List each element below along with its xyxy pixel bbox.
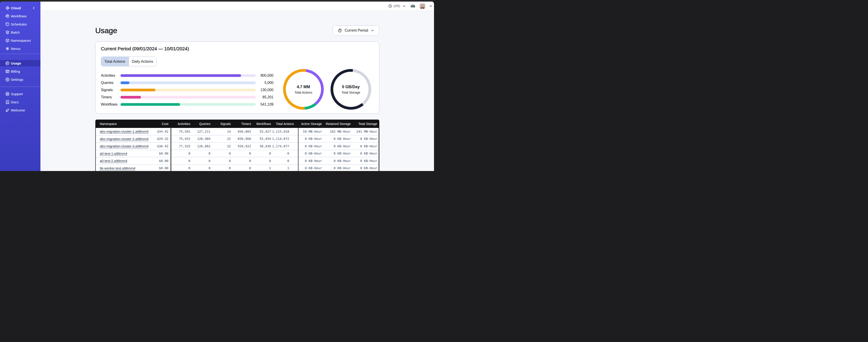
- bar-fill: [120, 74, 241, 77]
- bar-category-label: Workflows: [101, 102, 120, 106]
- sidebar-item-batch[interactable]: Batch: [0, 29, 40, 36]
- bar-fill: [120, 81, 129, 84]
- sidebar-nav-account: Usage Billing: [0, 60, 40, 82]
- bar-value: 541,109: [256, 102, 274, 106]
- main-area: Usage Current Period: [40, 11, 434, 171]
- support-lifebuoy-icon: [5, 92, 9, 96]
- bar-value: 5,000: [256, 81, 274, 85]
- cell-active_storage: 0 KB-Hour: [298, 159, 322, 163]
- sidebar-item-workflows[interactable]: Workflows: [0, 13, 40, 20]
- bar-category-label: Timers: [101, 95, 120, 99]
- namespace-link[interactable]: a0-test-2.a98mm4: [100, 159, 127, 163]
- column-header-queries: Queries: [190, 122, 211, 126]
- table-section-divider: [298, 128, 299, 171]
- sidebar-item-namespaces[interactable]: Namespaces: [0, 37, 40, 44]
- column-header-total-storage: Total Storage: [351, 122, 379, 126]
- table-row: a0-test-2.a98mm4$0.000000000 KB-Hour0 KB…: [95, 157, 379, 165]
- bar-row-timers: Timers85,201: [101, 94, 274, 101]
- sidebar-item-label: Namespaces: [11, 39, 31, 42]
- table-row: a0-test-1.a98mm4$0.000000000 KB-Hour0 KB…: [95, 150, 379, 158]
- page-title: Usage: [95, 26, 117, 35]
- table-section-divider: [170, 128, 171, 171]
- cell-namespace: abs-migration-cluster-1.a98mm4: [95, 130, 149, 133]
- cell-namespace: abs-migration-cluster-3.a98mm4: [95, 144, 149, 148]
- settings-gear-icon: [5, 77, 9, 81]
- total-storage-value: 0 GB/Day: [342, 84, 360, 89]
- cell-queries: 0: [190, 151, 211, 155]
- cell-namespace: abs-migration-cluster-2.a98mm4: [95, 137, 149, 141]
- stopwatch-icon: [338, 28, 342, 33]
- cell-queries: 0: [190, 159, 211, 163]
- namespace-link[interactable]: abs-migration-cluster-3.a98mm4: [100, 144, 149, 148]
- sidebar-item-docs[interactable]: Docs: [0, 99, 40, 105]
- cell-cost: $34.42: [149, 130, 171, 133]
- namespace-link[interactable]: a0-test-1.a98mm4: [100, 151, 127, 156]
- billing-card-icon: [5, 69, 9, 73]
- tab-total-actions[interactable]: Total Actions: [101, 57, 129, 66]
- sidebar-item-label: Welcome: [11, 108, 25, 112]
- namespace-link[interactable]: abs-migration-cluster-2.a98mm4: [100, 137, 149, 141]
- cell-active_storage: 0 KB-Hour: [298, 137, 322, 141]
- namespaces-cube-icon: [5, 39, 9, 43]
- cell-total_storage: 241 MB-Hour: [351, 130, 379, 133]
- account-chevron-down-icon[interactable]: [429, 4, 432, 8]
- sidebar-item-schedules[interactable]: Schedules: [0, 21, 40, 28]
- cell-activities: 75,452: [170, 137, 190, 141]
- sidebar-item-billing[interactable]: Billing: [0, 68, 40, 74]
- sidebar-item-settings[interactable]: Settings: [0, 76, 40, 82]
- sidebar-nav-main: Workflows Schedules: [0, 13, 40, 52]
- cell-activities: 75,501: [170, 130, 190, 133]
- cell-workflows: 0: [251, 159, 271, 163]
- cell-namespace: bk-worker-test.a98mm4: [95, 166, 149, 170]
- sidebar-item-nexus[interactable]: Nexus: [0, 45, 40, 52]
- cell-queries: 127,211: [190, 130, 211, 133]
- usage-gauge-icon: [5, 61, 9, 65]
- sidebar-item-welcome[interactable]: Welcome: [0, 107, 40, 113]
- table-section-divider: [95, 128, 96, 171]
- actions-bar-chart: Activities900,000Queries5,000Signals130,…: [101, 72, 274, 108]
- cell-active_storage: 0 KB-Hour: [298, 144, 322, 148]
- cell-retained_storage: 0 KB-Hour: [322, 137, 351, 141]
- column-header-timers: Timers: [231, 122, 251, 126]
- sidebar-item-support[interactable]: Support: [0, 91, 40, 97]
- glasses-icon[interactable]: [410, 4, 415, 8]
- column-header-cost: Cost: [149, 122, 171, 126]
- namespace-link[interactable]: abs-migration-cluster-1.a98mm4: [100, 130, 149, 133]
- bar-row-activities: Activities900,000: [101, 72, 274, 79]
- cell-timers: 856,960: [231, 137, 251, 141]
- cell-total_storage: 0 KB-Hour: [351, 144, 379, 148]
- total-actions-donut: 4.7 MM Total Actions: [283, 69, 324, 110]
- timezone-selector[interactable]: UTC: [389, 4, 406, 8]
- sidebar-item-usage[interactable]: Usage: [0, 60, 40, 66]
- sidebar-item-label: Support: [11, 92, 23, 96]
- total-actions-label: Total Actions: [294, 91, 312, 94]
- cell-total_storage: 0 KB-Hour: [351, 166, 379, 170]
- cell-namespace: a0-test-2.a98mm4: [95, 159, 149, 163]
- namespace-link[interactable]: bk-worker-test.a98mm4: [100, 166, 135, 170]
- sidebar: Cloud Workflows: [0, 2, 40, 171]
- cell-cost: $0.00: [149, 159, 171, 163]
- cell-retained_storage: 0 KB-Hour: [322, 151, 351, 155]
- sidebar-nav-footer: Support Docs: [0, 91, 40, 113]
- bar-fill: [120, 89, 155, 91]
- cell-total_storage: 0 KB-Hour: [351, 159, 379, 163]
- sidebar-item-label: Settings: [11, 78, 23, 81]
- user-avatar[interactable]: [420, 3, 425, 9]
- table-row: abs-migration-cluster-1.a98mm4$34.4275,5…: [95, 128, 379, 135]
- bar-fill: [120, 96, 141, 99]
- cell-queries: 0: [190, 166, 211, 170]
- sidebar-collapse-icon[interactable]: [32, 6, 35, 10]
- period-selector-label: Current Period: [344, 28, 368, 33]
- cell-signals: 14: [211, 130, 231, 133]
- cell-active_storage: 0 KB-Hour: [298, 151, 322, 155]
- sidebar-divider: [0, 87, 40, 87]
- usage-charts: Activities900,000Queries5,000Signals130,…: [101, 72, 374, 108]
- column-header-activities: Activities: [170, 122, 190, 126]
- cell-timers: 0: [231, 159, 251, 163]
- cell-total_actions: 1,174,077: [271, 144, 298, 148]
- cell-retained_storage: 0 KB-Hour: [322, 159, 351, 163]
- period-selector-button[interactable]: Current Period: [333, 26, 379, 36]
- tab-daily-actions[interactable]: Daily Actions: [129, 57, 156, 66]
- batch-layers-icon: [5, 30, 9, 35]
- column-header-workflows: Workflows: [251, 122, 271, 126]
